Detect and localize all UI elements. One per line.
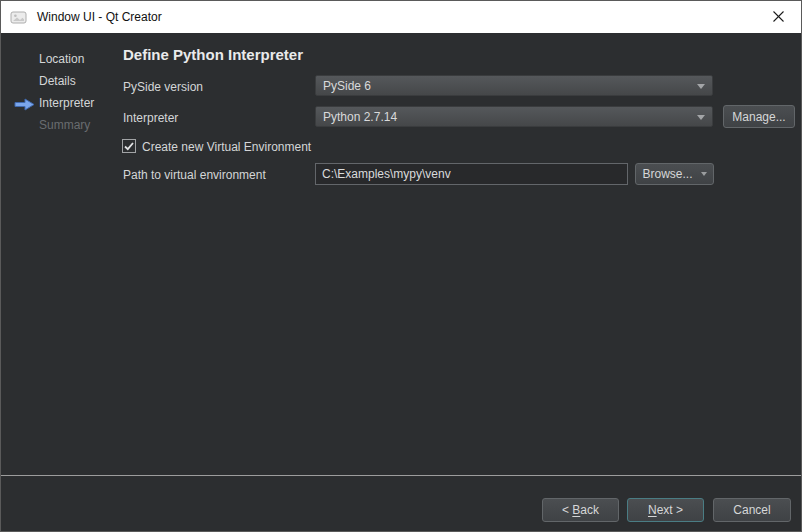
app-icon — [10, 9, 27, 26]
pyside-version-label: PySide version — [123, 80, 203, 94]
pyside-version-value: PySide 6 — [323, 79, 371, 93]
interpreter-label: Interpreter — [123, 111, 178, 125]
cancel-button[interactable]: Cancel — [713, 498, 791, 522]
wizard-step-label: Details — [39, 74, 76, 88]
back-button-label: < Back — [562, 503, 599, 517]
venv-path-label: Path to virtual environment — [123, 168, 266, 182]
manage-button[interactable]: Manage... — [723, 105, 795, 128]
page-title: Define Python Interpreter — [123, 46, 303, 63]
interpreter-value: Python 2.7.14 — [323, 110, 397, 124]
browse-button-label: Browse... — [642, 167, 692, 181]
wizard-step-summary: Summary — [1, 114, 119, 136]
browse-button[interactable]: Browse... — [635, 163, 714, 185]
caret-down-icon — [701, 172, 707, 176]
titlebar[interactable]: Window UI - Qt Creator — [1, 1, 801, 33]
next-button[interactable]: Next > — [627, 498, 704, 522]
wizard-step-location: Location — [1, 48, 119, 70]
wizard-dialog: Window UI - Qt Creator Location Details … — [0, 0, 802, 532]
wizard-step-label: Summary — [39, 118, 90, 132]
wizard-step-details: Details — [1, 70, 119, 92]
window-title: Window UI - Qt Creator — [37, 10, 162, 24]
wizard-steps: Location Details Interpreter Summary — [1, 48, 119, 136]
caret-down-icon — [697, 84, 705, 89]
current-step-arrow-icon — [14, 97, 35, 110]
wizard-step-label: Location — [39, 52, 84, 66]
pyside-version-combobox[interactable]: PySide 6 — [315, 75, 713, 96]
back-button[interactable]: < Back — [542, 498, 619, 522]
caret-down-icon — [697, 115, 705, 120]
venv-path-input[interactable] — [315, 163, 628, 185]
wizard-step-label: Interpreter — [39, 96, 94, 110]
window-close-icon — [773, 8, 784, 26]
footer-separator — [1, 475, 801, 476]
create-venv-checkbox[interactable] — [122, 139, 136, 153]
close-button[interactable] — [755, 1, 801, 33]
next-button-label: Next > — [648, 503, 683, 517]
interpreter-combobox[interactable]: Python 2.7.14 — [315, 106, 713, 127]
check-icon — [124, 137, 134, 155]
create-venv-label[interactable]: Create new Virtual Environment — [142, 140, 311, 154]
